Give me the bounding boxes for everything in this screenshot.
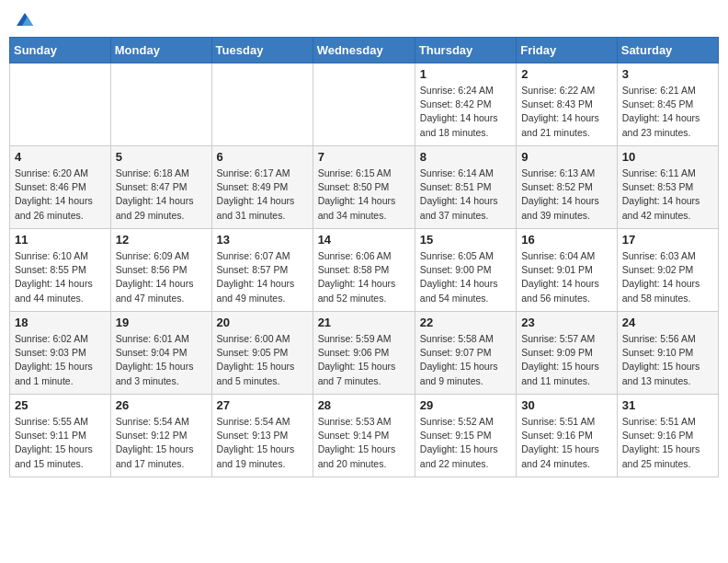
day-info: Sunrise: 6:15 AM Sunset: 8:50 PM Dayligh…: [318, 167, 410, 223]
day-info: Sunrise: 5:56 AM Sunset: 9:10 PM Dayligh…: [622, 332, 713, 388]
day-number: 7: [318, 150, 410, 164]
day-info: Sunrise: 6:06 AM Sunset: 8:58 PM Dayligh…: [318, 249, 410, 305]
day-header-sunday: Sunday: [10, 38, 111, 63]
day-number: 8: [420, 150, 511, 164]
day-info: Sunrise: 6:13 AM Sunset: 8:52 PM Dayligh…: [521, 167, 612, 223]
day-number: 28: [318, 398, 410, 412]
day-info: Sunrise: 6:00 AM Sunset: 9:05 PM Dayligh…: [217, 332, 308, 388]
day-header-saturday: Saturday: [617, 38, 718, 63]
day-header-thursday: Thursday: [415, 38, 516, 63]
day-info: Sunrise: 6:17 AM Sunset: 8:49 PM Dayligh…: [217, 167, 308, 223]
calendar-cell: 9Sunrise: 6:13 AM Sunset: 8:52 PM Daylig…: [517, 146, 618, 229]
day-number: 9: [521, 150, 612, 164]
day-number: 3: [622, 67, 713, 81]
calendar-cell: [110, 63, 211, 146]
day-number: 13: [217, 233, 308, 247]
day-info: Sunrise: 6:04 AM Sunset: 9:01 PM Dayligh…: [521, 249, 612, 305]
calendar-cell: 28Sunrise: 5:53 AM Sunset: 9:14 PM Dayli…: [313, 395, 415, 477]
day-info: Sunrise: 6:20 AM Sunset: 8:46 PM Dayligh…: [15, 167, 106, 223]
calendar-cell: 18Sunrise: 6:02 AM Sunset: 9:03 PM Dayli…: [10, 312, 111, 395]
day-info: Sunrise: 6:18 AM Sunset: 8:47 PM Dayligh…: [116, 167, 207, 223]
day-info: Sunrise: 6:09 AM Sunset: 8:56 PM Dayligh…: [116, 249, 207, 305]
calendar-cell: 5Sunrise: 6:18 AM Sunset: 8:47 PM Daylig…: [110, 146, 211, 229]
logo-icon: [15, 9, 35, 29]
day-number: 21: [318, 316, 410, 329]
calendar-cell: 26Sunrise: 5:54 AM Sunset: 9:12 PM Dayli…: [110, 395, 211, 477]
calendar-cell: 11Sunrise: 6:10 AM Sunset: 8:55 PM Dayli…: [10, 229, 111, 312]
calendar-cell: 2Sunrise: 6:22 AM Sunset: 8:43 PM Daylig…: [517, 63, 618, 146]
logo: [13, 9, 35, 29]
day-info: Sunrise: 6:10 AM Sunset: 8:55 PM Dayligh…: [15, 249, 106, 305]
day-info: Sunrise: 6:02 AM Sunset: 9:03 PM Dayligh…: [15, 332, 106, 388]
day-number: 5: [116, 150, 207, 164]
week-row-5: 25Sunrise: 5:55 AM Sunset: 9:11 PM Dayli…: [10, 395, 719, 477]
calendar-table: SundayMondayTuesdayWednesdayThursdayFrid…: [9, 37, 719, 477]
day-number: 25: [15, 398, 106, 412]
calendar-cell: 17Sunrise: 6:03 AM Sunset: 9:02 PM Dayli…: [617, 229, 718, 312]
day-number: 26: [116, 398, 207, 412]
day-info: Sunrise: 6:14 AM Sunset: 8:51 PM Dayligh…: [420, 167, 511, 223]
header-row: SundayMondayTuesdayWednesdayThursdayFrid…: [10, 38, 719, 63]
day-info: Sunrise: 5:59 AM Sunset: 9:06 PM Dayligh…: [318, 332, 410, 388]
calendar-cell: 1Sunrise: 6:24 AM Sunset: 8:42 PM Daylig…: [415, 63, 516, 146]
day-number: 17: [622, 233, 713, 247]
day-info: Sunrise: 5:52 AM Sunset: 9:15 PM Dayligh…: [420, 415, 511, 471]
calendar-cell: 7Sunrise: 6:15 AM Sunset: 8:50 PM Daylig…: [313, 146, 415, 229]
day-number: 15: [420, 233, 511, 247]
calendar-cell: 31Sunrise: 5:51 AM Sunset: 9:16 PM Dayli…: [617, 395, 718, 477]
calendar-cell: 20Sunrise: 6:00 AM Sunset: 9:05 PM Dayli…: [211, 312, 313, 395]
calendar-cell: 8Sunrise: 6:14 AM Sunset: 8:51 PM Daylig…: [415, 146, 516, 229]
calendar-cell: 25Sunrise: 5:55 AM Sunset: 9:11 PM Dayli…: [10, 395, 111, 477]
day-info: Sunrise: 6:03 AM Sunset: 9:02 PM Dayligh…: [622, 249, 713, 305]
day-info: Sunrise: 5:51 AM Sunset: 9:16 PM Dayligh…: [521, 415, 612, 471]
day-number: 11: [15, 233, 106, 247]
day-info: Sunrise: 5:57 AM Sunset: 9:09 PM Dayligh…: [521, 332, 612, 388]
day-number: 31: [622, 398, 713, 412]
day-number: 19: [116, 316, 207, 329]
day-info: Sunrise: 5:55 AM Sunset: 9:11 PM Dayligh…: [15, 415, 106, 471]
day-number: 6: [217, 150, 308, 164]
day-info: Sunrise: 5:51 AM Sunset: 9:16 PM Dayligh…: [622, 415, 713, 471]
calendar-cell: 30Sunrise: 5:51 AM Sunset: 9:16 PM Dayli…: [517, 395, 618, 477]
day-info: Sunrise: 6:11 AM Sunset: 8:53 PM Dayligh…: [622, 167, 713, 223]
day-number: 24: [622, 316, 713, 329]
day-info: Sunrise: 5:53 AM Sunset: 9:14 PM Dayligh…: [318, 415, 410, 471]
day-number: 10: [622, 150, 713, 164]
calendar-cell: 23Sunrise: 5:57 AM Sunset: 9:09 PM Dayli…: [517, 312, 618, 395]
calendar-cell: 3Sunrise: 6:21 AM Sunset: 8:45 PM Daylig…: [617, 63, 718, 146]
day-header-friday: Friday: [517, 38, 618, 63]
day-number: 2: [521, 67, 612, 81]
week-row-2: 4Sunrise: 6:20 AM Sunset: 8:46 PM Daylig…: [10, 146, 719, 229]
day-info: Sunrise: 6:01 AM Sunset: 9:04 PM Dayligh…: [116, 332, 207, 388]
day-number: 1: [420, 67, 511, 81]
calendar-cell: 4Sunrise: 6:20 AM Sunset: 8:46 PM Daylig…: [10, 146, 111, 229]
day-info: Sunrise: 5:54 AM Sunset: 9:13 PM Dayligh…: [217, 415, 308, 471]
day-header-wednesday: Wednesday: [313, 38, 415, 63]
day-info: Sunrise: 6:07 AM Sunset: 8:57 PM Dayligh…: [217, 249, 308, 305]
day-number: 29: [420, 398, 511, 412]
day-info: Sunrise: 6:21 AM Sunset: 8:45 PM Dayligh…: [622, 84, 713, 140]
day-info: Sunrise: 6:05 AM Sunset: 9:00 PM Dayligh…: [420, 249, 511, 305]
calendar-cell: 29Sunrise: 5:52 AM Sunset: 9:15 PM Dayli…: [415, 395, 516, 477]
day-number: 22: [420, 316, 511, 329]
week-row-4: 18Sunrise: 6:02 AM Sunset: 9:03 PM Dayli…: [10, 312, 719, 395]
day-number: 20: [217, 316, 308, 329]
calendar-cell: 27Sunrise: 5:54 AM Sunset: 9:13 PM Dayli…: [211, 395, 313, 477]
day-number: 4: [15, 150, 106, 164]
calendar-cell: 14Sunrise: 6:06 AM Sunset: 8:58 PM Dayli…: [313, 229, 415, 312]
calendar-cell: 19Sunrise: 6:01 AM Sunset: 9:04 PM Dayli…: [110, 312, 211, 395]
calendar-cell: 6Sunrise: 6:17 AM Sunset: 8:49 PM Daylig…: [211, 146, 313, 229]
week-row-1: 1Sunrise: 6:24 AM Sunset: 8:42 PM Daylig…: [10, 63, 719, 146]
day-number: 18: [15, 316, 106, 329]
day-number: 30: [521, 398, 612, 412]
week-row-3: 11Sunrise: 6:10 AM Sunset: 8:55 PM Dayli…: [10, 229, 719, 312]
calendar-cell: 12Sunrise: 6:09 AM Sunset: 8:56 PM Dayli…: [110, 229, 211, 312]
calendar-cell: [313, 63, 415, 146]
day-number: 16: [521, 233, 612, 247]
day-number: 23: [521, 316, 612, 329]
day-number: 14: [318, 233, 410, 247]
calendar-cell: 22Sunrise: 5:58 AM Sunset: 9:07 PM Dayli…: [415, 312, 516, 395]
day-info: Sunrise: 6:24 AM Sunset: 8:42 PM Dayligh…: [420, 84, 511, 140]
day-number: 27: [217, 398, 308, 412]
day-header-monday: Monday: [110, 38, 211, 63]
